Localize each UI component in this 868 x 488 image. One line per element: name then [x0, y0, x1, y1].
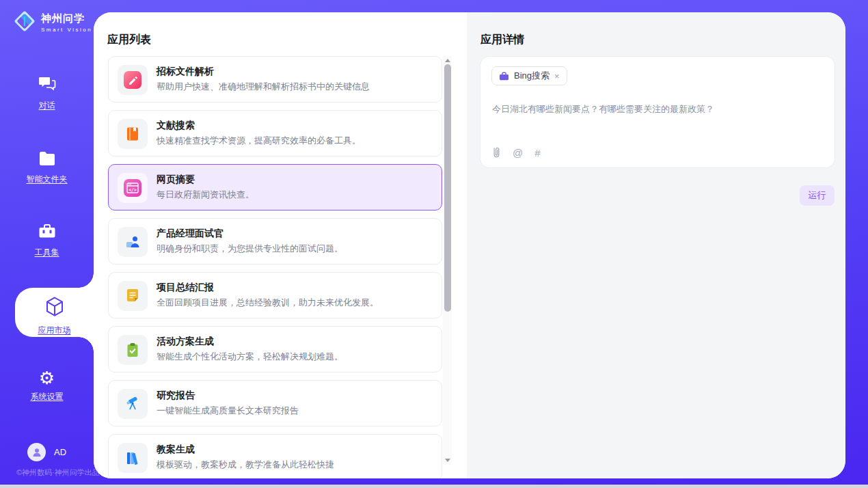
app-card-title: 招标文件解析: [157, 66, 214, 78]
sidebar-item-app-market[interactable]: 应用市场: [15, 288, 94, 337]
app-list-title: 应用列表: [107, 33, 151, 47]
clipboard-check-icon: [118, 335, 148, 365]
copyright-footer: ©神州数码·神州问学出品: [16, 467, 100, 478]
logo-title: 神州问学: [41, 12, 92, 25]
gear-icon: ⚙: [39, 369, 55, 387]
app-card-desc: 智能生成个性化活动方案，轻松解决规划难题。: [157, 351, 343, 363]
interviewer-icon: [118, 227, 148, 257]
app-list: 招标文件解析 帮助用户快速、准确地理解和解析招标书中的关键信息 文献搜索 快速精…: [108, 56, 442, 478]
paperclip-icon[interactable]: [492, 147, 501, 159]
app-card-desc: 模板驱动，教案秒成，教学准备从此轻松快捷: [157, 459, 334, 471]
prompt-input-card[interactable]: Bing搜索 × 今日湖北有哪些新闻要点？有哪些需要关注的最新政策？ @ #: [480, 56, 835, 168]
app-card-desc: 一键智能生成高质量长文本研究报告: [157, 405, 299, 417]
scrollbar-thumb[interactable]: [444, 64, 451, 312]
books-icon: [118, 443, 148, 473]
app-card-desc: 全面回顾项目进展，总结经验教训，助力未来优化发展。: [157, 297, 379, 309]
app-detail-title: 应用详情: [480, 33, 524, 47]
folder-icon: [38, 150, 57, 168]
scrollbar-down-arrow[interactable]: [443, 456, 452, 465]
sidebar-item-label: 智能文件夹: [0, 174, 94, 185]
app-card-event-plan[interactable]: 活动方案生成 智能生成个性化活动方案，轻松解决规划难题。: [108, 326, 442, 372]
book-icon: [118, 119, 148, 149]
app-logo: 神州问学 Smart Vision: [12, 9, 92, 36]
app-detail-panel: 应用详情 Bing搜索 × 今日湖北有哪些新闻要点？有哪些需要关注的最新政策？: [467, 12, 845, 478]
app-card-pm-interviewer[interactable]: 产品经理面试官 明确身份和职责，为您提供专业性的面试问题。: [108, 218, 442, 265]
app-card-desc: 明确身份和职责，为您提供专业性的面试问题。: [157, 243, 343, 255]
logo-diamond-icon: [12, 9, 37, 36]
svg-text:</>: </>: [128, 187, 137, 193]
app-card-project-summary[interactable]: 项目总结汇报 全面回顾项目进展，总结经验教训，助力未来优化发展。: [108, 272, 442, 318]
main-content: 应用列表 招标文件解析 帮助用户快速、准确地理解和解析招标书中的关键信息: [94, 12, 845, 478]
app-card-title: 活动方案生成: [157, 336, 214, 348]
app-card-title: 网页摘要: [157, 174, 195, 186]
edit-document-icon: [118, 65, 148, 95]
cube-icon: [44, 308, 65, 320]
app-frame: 神州问学 Smart Vision 对话 智能文件夹: [0, 0, 868, 488]
app-list-panel: 应用列表 招标文件解析 帮助用户快速、准确地理解和解析招标书中的关键信息: [94, 12, 467, 478]
sidebar-item-label: 系统设置: [0, 391, 94, 403]
telescope-icon: [118, 389, 148, 419]
app-card-title: 文献搜索: [157, 120, 195, 132]
toolbox-icon: [38, 223, 57, 241]
sidebar: 神州问学 Smart Vision 对话 智能文件夹: [0, 0, 94, 488]
sidebar-item-settings[interactable]: ⚙ 系统设置: [0, 369, 94, 403]
sidebar-item-label: 应用市场: [15, 325, 94, 336]
input-toolbar: @ #: [492, 147, 541, 159]
app-card-desc: 每日政府新闻资讯快查。: [157, 189, 254, 201]
tool-tag-label: Bing搜索: [514, 70, 550, 82]
sidebar-item-label: 对话: [0, 100, 94, 111]
app-card-title: 教案生成: [157, 444, 195, 456]
app-card-title: 产品经理面试官: [157, 228, 223, 240]
sidebar-item-toolset[interactable]: 工具集: [0, 223, 94, 258]
tool-tag-bing-search[interactable]: Bing搜索 ×: [491, 66, 567, 85]
bottom-edge-strip: [0, 485, 868, 488]
app-card-lesson-plan[interactable]: 教案生成 模板驱动，教案秒成，教学准备从此轻松快捷: [108, 434, 442, 478]
app-card-title: 项目总结汇报: [157, 282, 214, 294]
run-button[interactable]: 运行: [800, 185, 835, 206]
at-icon[interactable]: @: [513, 147, 523, 159]
user-account[interactable]: AD: [27, 443, 66, 461]
app-card-desc: 快速精准查找学术资源，提高研究效率的必备工具。: [157, 135, 361, 147]
tag-close-icon[interactable]: ×: [554, 72, 560, 81]
note-icon: [118, 281, 148, 311]
logo-subtitle: Smart Vision: [41, 27, 92, 33]
app-card-desc: 帮助用户快速、准确地理解和解析招标书中的关键信息: [157, 81, 370, 93]
sidebar-item-smart-folder[interactable]: 智能文件夹: [0, 150, 94, 185]
briefcase-icon: [499, 72, 509, 81]
hash-icon[interactable]: #: [534, 147, 540, 159]
prompt-text[interactable]: 今日湖北有哪些新闻要点？有哪些需要关注的最新政策？: [492, 103, 820, 116]
sidebar-item-label: 工具集: [0, 247, 94, 258]
app-list-scrollbar[interactable]: [443, 56, 452, 465]
app-card-web-summary[interactable]: </> 网页摘要 每日政府新闻资讯快查。: [108, 164, 442, 211]
app-card-research-report[interactable]: 研究报告 一键智能生成高质量长文本研究报告: [108, 380, 442, 426]
user-name: AD: [54, 447, 66, 457]
chat-icon: [38, 75, 57, 93]
web-code-icon: </>: [118, 173, 148, 203]
app-card-title: 研究报告: [157, 390, 195, 402]
app-card-bid-analysis[interactable]: 招标文件解析 帮助用户快速、准确地理解和解析招标书中的关键信息: [108, 56, 442, 103]
sidebar-item-chat[interactable]: 对话: [0, 75, 94, 111]
app-card-literature-search[interactable]: 文献搜索 快速精准查找学术资源，提高研究效率的必备工具。: [108, 110, 442, 157]
user-avatar-icon: [27, 443, 46, 461]
